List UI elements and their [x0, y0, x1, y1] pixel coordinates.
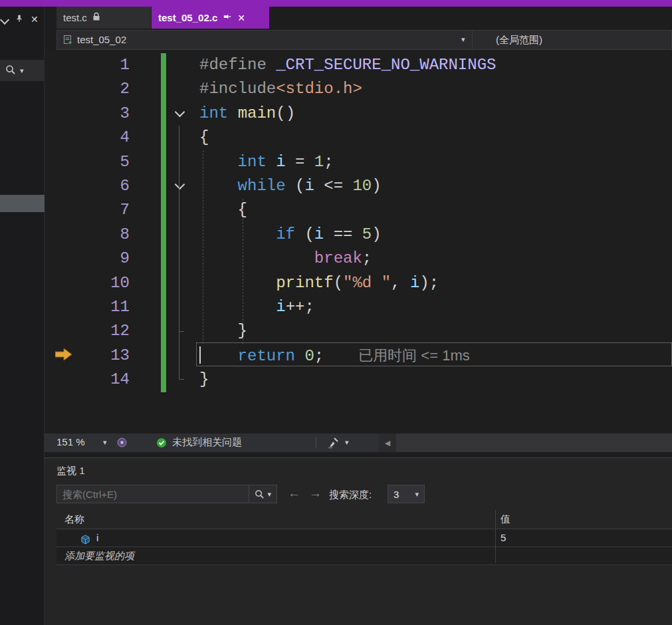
watch-panel-title: 监视 1 [56, 465, 85, 477]
code-line-1[interactable]: #define _CRT_SECURE_NO_WARNINGS [199, 53, 496, 77]
toolbox-search-button[interactable]: ▾ [0, 60, 44, 81]
code-line-3[interactable]: int main() [199, 102, 295, 126]
search-icon [5, 64, 16, 77]
watch-grid-header: 名称 值 [56, 510, 672, 529]
code-line-5[interactable]: int i = 1; [199, 150, 334, 174]
execution-pointer-icon[interactable] [55, 348, 72, 362]
outline-corner [179, 331, 184, 332]
fold-toggle-line6[interactable] [172, 174, 187, 198]
grid-column-divider[interactable] [495, 510, 496, 563]
navbar-type-dropdown[interactable]: test_05_02 [77, 34, 126, 45]
code-line-8[interactable]: if (i == 5) [199, 223, 382, 247]
chevron-down-icon: ▾ [20, 66, 24, 75]
code-line-12[interactable]: } [199, 319, 247, 343]
code-line-11[interactable]: i++; [199, 295, 314, 319]
watch-variable-value[interactable]: 5 [501, 529, 506, 547]
line-number: 3 [45, 102, 130, 126]
navbar-divider [472, 31, 473, 49]
tab-label: test.c [63, 12, 87, 23]
search-options-button[interactable]: ▾ [249, 485, 277, 503]
tab-test-c[interactable]: test.c [56, 7, 151, 29]
outline-guide [179, 126, 179, 380]
code-line-7[interactable]: { [199, 198, 247, 222]
history-forward-icon[interactable]: → [309, 486, 322, 501]
statusbar-divider [316, 438, 316, 448]
watch-search-box[interactable]: ▾ [56, 485, 277, 503]
watch-add-row[interactable]: 添加要监视的项 [56, 547, 672, 565]
chevron-down-icon[interactable]: ▾ [345, 438, 349, 447]
search-input[interactable] [57, 489, 249, 500]
line-number: 14 [45, 368, 130, 392]
search-depth-dropdown[interactable]: 3 ▾ [388, 485, 425, 503]
line-number: 4 [45, 126, 130, 150]
check-circle-icon [156, 438, 167, 450]
perf-tip[interactable]: 已用时间 <= 1ms [358, 347, 469, 364]
line-number: 2 [45, 77, 130, 101]
watch-add-row-label: 添加要监视的项 [64, 547, 134, 564]
tab-test-05-02-c[interactable]: test_05_02.c ✕ [152, 7, 269, 29]
code-line-10[interactable]: printf("%d ", i); [199, 271, 439, 295]
lock-icon [92, 12, 100, 23]
fold-toggle-line3[interactable] [172, 102, 187, 126]
health-message[interactable]: 未找到相关问题 [172, 436, 242, 449]
code-line-14[interactable]: } [199, 368, 209, 392]
navbar-scope-dropdown[interactable]: (全局范围) [496, 34, 542, 47]
code-line-4[interactable]: { [199, 126, 209, 150]
code-cleanup-broom-icon[interactable] [326, 436, 340, 451]
titlebar-accent [0, 0, 672, 7]
search-depth-label: 搜索深度: [329, 489, 372, 501]
chevron-down-icon: ▾ [267, 490, 271, 499]
change-tracking-bar [161, 53, 166, 392]
column-header-name[interactable]: 名称 [64, 510, 84, 529]
line-number: 5 [45, 150, 130, 174]
line-number: 12 [45, 319, 130, 343]
watch-row-variable[interactable]: i 5 [56, 529, 672, 547]
left-tool-strip: ✕ ▾ [0, 7, 45, 625]
editor-statusbar: 151 % ▾ 未找到相关问题 ▾ ◀ [45, 434, 672, 452]
chevron-down-icon[interactable] [1, 14, 8, 25]
line-number: 6 [45, 174, 130, 198]
line-number: 10 [45, 271, 130, 295]
line-number: 7 [45, 198, 130, 222]
code-line-6[interactable]: while (i <= 10) [199, 174, 382, 198]
line-number: 9 [45, 247, 130, 271]
watch-grid: 名称 值 i 5 添加要监视的项 [56, 510, 672, 565]
navigation-bar: test_05_02 ▾ (全局范围) [56, 30, 672, 50]
search-icon [255, 489, 265, 499]
history-back-icon[interactable]: ← [288, 486, 300, 501]
scroll-left-icon[interactable]: ◀ [379, 434, 396, 452]
code-line-13[interactable]: return 0;已用时间 <= 1ms [199, 344, 470, 368]
code-line-2[interactable]: #include<stdio.h> [199, 77, 362, 101]
line-number: 8 [45, 223, 130, 247]
tool-window-controls: ✕ [0, 12, 39, 27]
outline-corner [179, 379, 184, 380]
zoom-dropdown[interactable]: 151 % [56, 436, 85, 447]
line-number: 1 [45, 53, 130, 77]
watch-variable-name: i [96, 529, 98, 547]
horizontal-scrollbar[interactable]: ◀ [379, 434, 672, 452]
pin-icon[interactable] [15, 14, 24, 25]
search-depth-value: 3 [393, 489, 399, 500]
chevron-down-icon[interactable]: ▾ [103, 438, 107, 447]
code-editor[interactable]: 1234567891011121314 #define _CRT_SECURE_… [45, 50, 672, 434]
tab-label: test_05_02.c [158, 12, 217, 23]
line-number: 11 [45, 295, 130, 319]
watch-panel: 监视 1 ▾ ← → 搜索深度: 3 ▾ 名称 值 i [45, 457, 672, 625]
close-icon[interactable]: ✕ [237, 13, 245, 23]
pin-icon[interactable] [223, 12, 232, 23]
chevron-down-icon: ▾ [415, 490, 419, 499]
close-icon[interactable]: ✕ [31, 14, 39, 25]
collapsed-splitter[interactable] [0, 195, 45, 212]
document-health-icon[interactable] [116, 437, 128, 450]
scrollbar-thumb[interactable] [396, 434, 672, 452]
file-icon [62, 35, 73, 47]
chevron-down-icon[interactable]: ▾ [461, 35, 465, 44]
code-line-9[interactable]: break; [199, 247, 372, 271]
vs-window: ✕ ▾ test.c test_05_02.c ✕ test_05_02 ▾ (… [0, 0, 672, 625]
column-header-value[interactable]: 值 [501, 510, 510, 529]
